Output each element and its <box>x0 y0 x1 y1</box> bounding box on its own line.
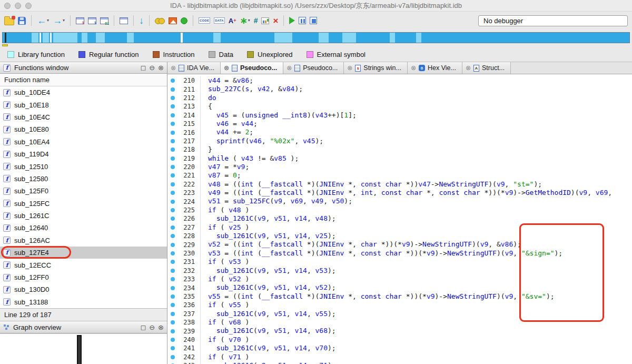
green-dot-icon[interactable] <box>181 17 187 24</box>
code-line[interactable]: 225if ( v48 ) <box>167 206 632 214</box>
line-marker-dot[interactable] <box>171 251 175 255</box>
zoom-window-button[interactable] <box>25 3 32 9</box>
line-marker-dot[interactable] <box>171 329 175 333</box>
close-tab-icon[interactable]: ⊗ <box>411 64 416 72</box>
line-marker-dot[interactable] <box>171 225 175 230</box>
code-line[interactable]: 232 sub_1261C(v9, v51, v14, v53); <box>167 267 632 275</box>
code-line[interactable]: 231if ( v53 ) <box>167 258 632 266</box>
code-line[interactable]: 243 sub_1261C(v9, v51, v14, v71); <box>167 361 632 364</box>
undock-pane-icon[interactable]: ◻ <box>140 324 146 331</box>
tab-hex-view[interactable]: ⊗0Hex Vie... <box>408 62 462 74</box>
minimize-window-button[interactable] <box>15 3 21 9</box>
back-icon[interactable]: ← <box>37 16 49 25</box>
play-icon[interactable] <box>289 17 295 24</box>
function-item[interactable]: fsub_126AC <box>0 234 167 247</box>
search-icon[interactable] <box>155 18 165 24</box>
save-icon[interactable] <box>18 17 26 25</box>
tab-pseudocode-1[interactable]: ⊗Pseudoco... <box>221 62 283 74</box>
image-icon[interactable] <box>169 17 177 24</box>
code-line[interactable]: 234 sub_1261C(v9, v51, v14, v52); <box>167 283 632 292</box>
window-1-icon[interactable] <box>76 17 84 24</box>
tab-strings-window[interactable]: ⊗sStrings win... <box>344 62 408 74</box>
pseudocode-view[interactable]: 210v44 = &v86;211sub_227C(s, v42, &v84);… <box>167 74 632 364</box>
close-tab-icon[interactable]: ⊗ <box>347 64 352 72</box>
code-line[interactable]: 222v48 = ((int (__fastcall *)(JNIEnv *, … <box>167 180 632 189</box>
function-item[interactable]: fsub_12580 <box>0 173 167 185</box>
code-line[interactable]: 216 v44 += 2; <box>167 128 632 136</box>
line-marker-dot[interactable] <box>171 234 175 238</box>
function-name-column-header[interactable]: Function name <box>0 74 167 86</box>
code-line[interactable]: 230v53 = ((int (__fastcall *)(JNIEnv *, … <box>167 249 632 258</box>
function-item[interactable]: fsub_12ECC <box>0 259 167 271</box>
code-line[interactable]: 211sub_227C(s, v42, &v84); <box>167 85 632 93</box>
chart-icon[interactable] <box>261 17 269 24</box>
line-marker-dot[interactable] <box>171 113 175 117</box>
close-tab-icon[interactable]: ⊗ <box>171 64 176 72</box>
code-badge-icon[interactable]: CODE <box>199 17 210 24</box>
code-line[interactable]: 224v51 = sub_125FC(v9, v69, v49, v50); <box>167 197 632 205</box>
code-line[interactable]: 228 sub_1261C(v9, v51, v14, v25); <box>167 232 632 240</box>
function-item[interactable]: fsub_10E4C <box>0 111 167 123</box>
code-line[interactable]: 235v55 = ((int (__fastcall *)(JNIEnv *, … <box>167 292 632 301</box>
code-line[interactable]: 217 sprintf(v46, "%02x", v45); <box>167 137 632 145</box>
code-line[interactable]: 210v44 = &v86; <box>167 76 632 85</box>
star-green-icon[interactable]: ∗ <box>240 16 250 25</box>
line-marker-dot[interactable] <box>171 200 175 204</box>
line-marker-dot[interactable] <box>171 131 175 135</box>
line-marker-dot[interactable] <box>171 269 175 273</box>
function-item[interactable]: fsub_10EA4 <box>0 136 167 148</box>
line-marker-dot[interactable] <box>171 286 175 290</box>
function-item[interactable]: fsub_1261C <box>0 210 167 222</box>
function-item[interactable]: fsub_125FC <box>0 198 167 210</box>
tab-structures[interactable]: ⊗AStruct... <box>462 62 511 74</box>
code-line[interactable]: 237 sub_1261C(v9, v51, v14, v55); <box>167 310 632 318</box>
line-marker-dot[interactable] <box>171 260 175 264</box>
line-marker-dot[interactable] <box>171 243 175 247</box>
restore-pane-icon[interactable]: ⊖ <box>149 64 155 71</box>
navigation-band[interactable] <box>2 32 630 43</box>
function-item[interactable]: fsub_127E4 <box>0 247 167 259</box>
close-tab-icon[interactable]: ⊗ <box>466 64 471 72</box>
line-marker-dot[interactable] <box>171 191 175 195</box>
line-marker-dot[interactable] <box>171 338 175 342</box>
tab-ida-view[interactable]: ⊗IDA Vie... <box>167 62 221 74</box>
close-window-button[interactable] <box>4 3 11 9</box>
code-line[interactable]: 221v87 = 0; <box>167 171 632 180</box>
line-marker-dot[interactable] <box>171 104 175 109</box>
code-line[interactable]: 239 sub_1261C(v9, v51, v14, v68); <box>167 327 632 335</box>
code-line[interactable]: 242if ( v71 ) <box>167 353 632 361</box>
line-marker-dot[interactable] <box>171 122 175 126</box>
close-x-icon[interactable]: × <box>273 16 278 25</box>
code-line[interactable]: 241 sub_1261C(v9, v51, v14, v70); <box>167 344 632 352</box>
line-marker-dot[interactable] <box>171 182 175 186</box>
line-marker-dot[interactable] <box>171 277 175 281</box>
function-item[interactable]: fsub_12510 <box>0 160 167 172</box>
close-tab-icon[interactable]: ⊗ <box>224 64 229 72</box>
open-folder-icon[interactable] <box>4 18 14 25</box>
line-marker-dot[interactable] <box>171 96 175 100</box>
code-line[interactable]: 229v52 = ((int (__fastcall *)(JNIEnv *, … <box>167 240 632 249</box>
close-tab-icon[interactable]: ⊗ <box>287 64 292 72</box>
code-line[interactable]: 233if ( v52 ) <box>167 275 632 283</box>
code-line[interactable]: 223v49 = ((int (__fastcall *)(JNIEnv *, … <box>167 189 632 197</box>
code-line[interactable]: 220v47 = *v9; <box>167 163 632 171</box>
line-marker-dot[interactable] <box>171 147 175 152</box>
graph-overview-canvas[interactable] <box>0 333 167 364</box>
function-item[interactable]: fsub_125F0 <box>0 185 167 197</box>
line-marker-dot[interactable] <box>171 87 175 92</box>
stop-icon[interactable] <box>310 17 317 24</box>
code-line[interactable]: 219while ( v43 != &v85 ); <box>167 154 632 163</box>
function-item[interactable]: fsub_12640 <box>0 222 167 234</box>
code-line[interactable]: 215 v46 = v44; <box>167 120 632 128</box>
line-marker-dot[interactable] <box>171 78 175 83</box>
line-marker-dot[interactable] <box>171 320 175 324</box>
line-marker-dot[interactable] <box>171 217 175 221</box>
code-line[interactable]: 212do <box>167 94 632 102</box>
forward-icon[interactable]: → <box>53 16 65 25</box>
function-item[interactable]: fsub_12FF0 <box>0 271 167 283</box>
line-marker-dot[interactable] <box>171 303 175 307</box>
code-line[interactable]: 238if ( v68 ) <box>167 318 632 327</box>
line-marker-dot[interactable] <box>171 346 175 350</box>
debugger-select[interactable]: No debugger <box>478 15 628 26</box>
line-marker-dot[interactable] <box>171 156 175 161</box>
